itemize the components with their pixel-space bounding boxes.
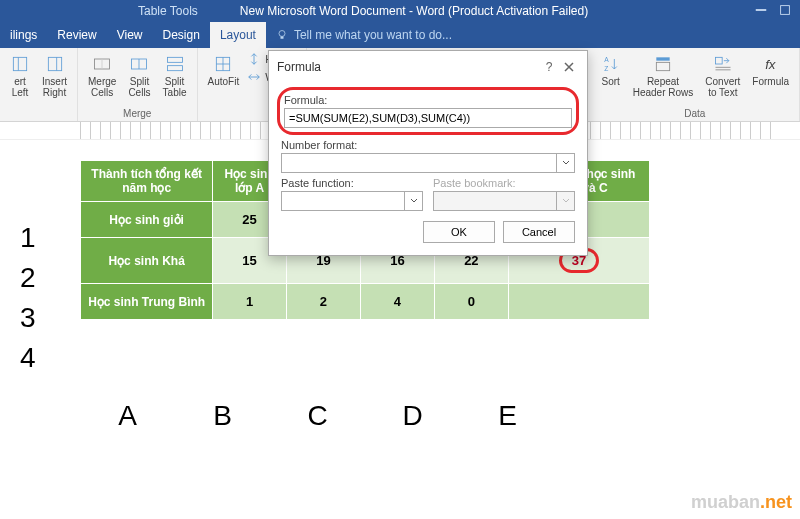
tab-design[interactable]: Design: [153, 22, 210, 48]
col-C: C: [270, 400, 365, 432]
col-E: E: [460, 400, 555, 432]
number-format-label: Number format:: [281, 139, 575, 151]
sort-icon: AZ: [601, 54, 621, 74]
insert-left-icon: [10, 54, 30, 74]
chevron-down-icon: [410, 197, 418, 205]
autofit-button[interactable]: AutoFit: [204, 52, 244, 89]
table-row: Học sinh Trung Bình 1 2 4 0: [81, 284, 650, 320]
group-rows-cols: ert Left Insert Right: [0, 48, 78, 121]
row-label-1[interactable]: Học sinh Khá: [81, 238, 213, 284]
rownum-2: 2: [20, 258, 36, 298]
dialog-close-button[interactable]: [559, 57, 579, 77]
sort-button[interactable]: AZ Sort: [597, 52, 625, 100]
title-bar: Table Tools New Microsoft Word Document …: [0, 0, 800, 22]
row-label-2[interactable]: Học sinh Trung Bình: [81, 284, 213, 320]
document-title: New Microsoft Word Document - Word (Prod…: [240, 4, 588, 18]
formula-dialog: Formula ? Formula: Number format: Paste …: [268, 50, 588, 256]
svg-rect-19: [656, 57, 669, 60]
data-group-label: Data: [684, 108, 705, 119]
svg-rect-1: [781, 5, 790, 14]
svg-rect-13: [167, 66, 182, 71]
formula-label: Formula:: [284, 94, 572, 106]
svg-text:fx: fx: [765, 57, 777, 72]
convert-to-text-button[interactable]: Convert to Text: [701, 52, 744, 100]
cell[interactable]: 1: [213, 284, 287, 320]
merge-cells-icon: [92, 54, 112, 74]
insert-left-button[interactable]: ert Left: [6, 52, 34, 100]
split-cells-button[interactable]: Split Cells: [124, 52, 154, 100]
cell[interactable]: 2: [286, 284, 360, 320]
col-A: A: [80, 400, 175, 432]
number-format-dropdown[interactable]: [557, 153, 575, 173]
height-icon: [247, 52, 261, 66]
formula-icon: fx: [761, 54, 781, 74]
tell-me-placeholder: Tell me what you want to do...: [294, 28, 452, 42]
row-numbers: 1 2 3 4: [20, 218, 36, 378]
svg-rect-12: [167, 57, 182, 62]
column-letters: A B C D E: [80, 400, 555, 432]
svg-rect-20: [656, 62, 669, 70]
formula-button[interactable]: fx Formula: [748, 52, 793, 100]
lightbulb-icon: [276, 29, 288, 41]
number-format-input[interactable]: [281, 153, 557, 173]
split-table-button[interactable]: Split Table: [159, 52, 191, 100]
table-tools-label: Table Tools: [138, 4, 198, 18]
tab-layout[interactable]: Layout: [210, 22, 266, 48]
width-icon: [247, 70, 261, 84]
cell[interactable]: [508, 284, 649, 320]
repeat-header-button[interactable]: Repeat Header Rows: [629, 52, 698, 100]
chevron-down-icon: [562, 159, 570, 167]
convert-icon: [713, 54, 733, 74]
svg-rect-0: [756, 9, 767, 11]
cancel-button[interactable]: Cancel: [503, 221, 575, 243]
autofit-icon: [213, 54, 233, 74]
svg-text:A: A: [604, 56, 609, 63]
dialog-titlebar[interactable]: Formula ?: [269, 51, 587, 83]
insert-right-icon: [45, 54, 65, 74]
col-B: B: [175, 400, 270, 432]
merge-group-label: Merge: [123, 108, 151, 119]
ok-button[interactable]: OK: [423, 221, 495, 243]
svg-point-2: [279, 31, 285, 37]
svg-text:Z: Z: [604, 65, 608, 72]
rownum-4: 4: [20, 338, 36, 378]
split-table-icon: [165, 54, 185, 74]
rownum-1: 1: [20, 218, 36, 258]
group-merge: Merge Cells Split Cells Split Table Merg…: [78, 48, 198, 121]
dialog-help-button[interactable]: ?: [539, 57, 559, 77]
chevron-down-icon: [562, 197, 570, 205]
svg-rect-3: [280, 37, 283, 39]
formula-input[interactable]: [284, 108, 572, 128]
cell[interactable]: 0: [434, 284, 508, 320]
svg-rect-6: [48, 57, 61, 70]
paste-function-label: Paste function:: [281, 177, 423, 189]
split-cells-icon: [129, 54, 149, 74]
paste-function-input[interactable]: [281, 191, 405, 211]
tab-mailings[interactable]: ilings: [0, 22, 47, 48]
close-icon: [563, 61, 575, 73]
paste-bookmark-input: [433, 191, 557, 211]
help-icon[interactable]: [778, 3, 792, 20]
tab-view[interactable]: View: [107, 22, 153, 48]
paste-bookmark-label: Paste bookmark:: [433, 177, 575, 189]
rownum-3: 3: [20, 298, 36, 338]
ribbon-tabs: ilings Review View Design Layout Tell me…: [0, 22, 800, 48]
row-label-0[interactable]: Học sinh giỏi: [81, 202, 213, 238]
svg-rect-4: [13, 57, 26, 70]
tell-me-search[interactable]: Tell me what you want to do...: [266, 28, 462, 42]
watermark: muaban.net: [691, 492, 792, 513]
repeat-header-icon: [653, 54, 673, 74]
insert-right-button[interactable]: Insert Right: [38, 52, 71, 100]
paste-bookmark-dropdown: [557, 191, 575, 211]
ribbon-options-icon[interactable]: [754, 3, 768, 20]
cell[interactable]: 4: [360, 284, 434, 320]
dialog-title-text: Formula: [277, 60, 321, 74]
col-D: D: [365, 400, 460, 432]
th-0[interactable]: Thành tích tổng kết năm học: [81, 161, 213, 202]
paste-function-dropdown[interactable]: [405, 191, 423, 211]
formula-highlight: Formula:: [277, 87, 579, 135]
group-data: AZ Sort Repeat Header Rows Convert to Te…: [591, 48, 800, 121]
merge-cells-button[interactable]: Merge Cells: [84, 52, 120, 100]
svg-rect-21: [715, 57, 722, 64]
tab-review[interactable]: Review: [47, 22, 106, 48]
